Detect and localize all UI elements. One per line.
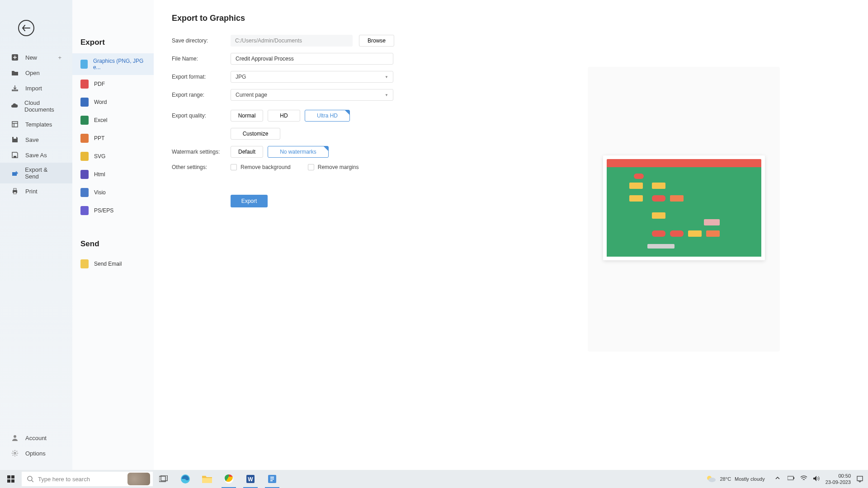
remove-margins-label: Remove margins bbox=[318, 164, 359, 170]
template-icon bbox=[11, 120, 19, 128]
weather-widget[interactable]: 28°C Mostly cloudy bbox=[706, 474, 765, 483]
export-type-ppt[interactable]: PPT bbox=[72, 129, 154, 147]
customize-button[interactable]: Customize bbox=[231, 128, 280, 140]
print-icon bbox=[11, 187, 19, 195]
export-type-label: Visio bbox=[94, 189, 106, 196]
remove-background-checkbox[interactable] bbox=[231, 164, 237, 170]
weather-desc: Mostly cloudy bbox=[735, 476, 765, 482]
save-directory-input[interactable] bbox=[231, 35, 353, 47]
export-type-label: Excel bbox=[94, 117, 107, 123]
sidebar-item-new[interactable]: New + bbox=[0, 50, 72, 65]
cloud-icon bbox=[11, 102, 18, 110]
export-type-visio[interactable]: Visio bbox=[72, 183, 154, 202]
sidebar-item-account[interactable]: Account bbox=[0, 430, 72, 446]
file-explorer-icon[interactable] bbox=[196, 470, 218, 488]
sidebar-item-label: Save bbox=[25, 136, 39, 143]
notifications-icon[interactable] bbox=[856, 475, 863, 483]
export-type-svg[interactable]: SVG bbox=[72, 147, 154, 165]
taskbar-search[interactable]: Type here to search bbox=[22, 472, 153, 486]
folder-icon bbox=[11, 69, 19, 77]
word-icon[interactable]: W bbox=[240, 470, 261, 488]
remove-margins-checkbox[interactable] bbox=[308, 164, 314, 170]
export-format-select[interactable]: JPG ▼ bbox=[231, 71, 393, 83]
chrome-icon[interactable] bbox=[218, 470, 240, 488]
file-menu-sidebar: New + Open Import Cloud Documents Templa… bbox=[0, 0, 72, 470]
export-type-label: Html bbox=[94, 171, 105, 178]
svg-rect-25 bbox=[11, 475, 14, 479]
svg-rect-21 bbox=[14, 192, 16, 194]
svg-rect-24 bbox=[7, 475, 10, 479]
chevron-up-icon[interactable] bbox=[775, 475, 782, 483]
preview-thumbnail bbox=[603, 155, 765, 260]
weather-temp: 28°C bbox=[720, 476, 731, 482]
sidebar-item-cloud[interactable]: Cloud Documents bbox=[0, 96, 72, 117]
svg-rect-41 bbox=[788, 476, 793, 480]
export-type-pdf[interactable]: PDF bbox=[72, 75, 154, 93]
weather-icon bbox=[706, 474, 717, 483]
volume-icon[interactable] bbox=[813, 475, 820, 483]
export-range-select[interactable]: Current page ▼ bbox=[231, 89, 393, 101]
back-button[interactable] bbox=[18, 20, 34, 36]
export-form-title: Export to Graphics bbox=[172, 14, 868, 23]
export-section-title: Export bbox=[72, 32, 154, 53]
export-type-panel: Export Graphics (PNG, JPG e... PDF Word … bbox=[72, 0, 154, 470]
wifi-icon[interactable] bbox=[800, 475, 807, 483]
sidebar-item-label: Import bbox=[25, 85, 42, 92]
export-button[interactable]: Export bbox=[231, 195, 268, 207]
export-type-graphics[interactable]: Graphics (PNG, JPG e... bbox=[72, 53, 154, 75]
save-as-icon bbox=[11, 151, 19, 159]
add-icon[interactable]: + bbox=[58, 54, 61, 61]
sidebar-item-import[interactable]: Import bbox=[0, 80, 72, 96]
edrawmax-icon[interactable] bbox=[261, 470, 283, 488]
export-range-value: Current page bbox=[236, 92, 267, 98]
task-view-icon[interactable] bbox=[153, 470, 175, 488]
email-icon bbox=[80, 259, 89, 268]
export-quality-label: Export quality: bbox=[172, 113, 231, 119]
svg-line-29 bbox=[32, 480, 33, 482]
export-type-excel[interactable]: Excel bbox=[72, 111, 154, 129]
chevron-down-icon: ▼ bbox=[385, 93, 388, 97]
svg-rect-33 bbox=[202, 478, 212, 483]
watermark-none-button[interactable]: No watermarks bbox=[268, 146, 329, 158]
user-icon bbox=[11, 434, 19, 442]
ps-file-icon bbox=[80, 206, 89, 215]
export-icon bbox=[11, 169, 19, 177]
edge-icon[interactable] bbox=[175, 470, 196, 488]
sidebar-item-label: Options bbox=[25, 450, 46, 457]
file-name-label: File Name: bbox=[172, 56, 231, 62]
browse-button[interactable]: Browse bbox=[359, 35, 394, 47]
quality-hd-button[interactable]: HD bbox=[268, 110, 300, 122]
sidebar-item-save[interactable]: Save bbox=[0, 132, 72, 147]
sidebar-item-templates[interactable]: Templates bbox=[0, 117, 72, 132]
export-type-word[interactable]: Word bbox=[72, 93, 154, 111]
save-directory-label: Save directory: bbox=[172, 38, 231, 44]
send-email[interactable]: Send Email bbox=[72, 255, 154, 273]
graphics-file-icon bbox=[80, 60, 88, 69]
export-type-pseps[interactable]: PS/EPS bbox=[72, 202, 154, 220]
word-file-icon bbox=[80, 98, 89, 107]
other-settings-label: Other settings: bbox=[172, 164, 231, 170]
taskbar-clock[interactable]: 00:50 23-09-2023 bbox=[826, 473, 851, 485]
preview-pane bbox=[588, 67, 780, 352]
sidebar-item-print[interactable]: Print bbox=[0, 183, 72, 199]
export-type-html[interactable]: Html bbox=[72, 165, 154, 183]
svg-point-23 bbox=[14, 452, 16, 454]
search-icon bbox=[27, 476, 33, 482]
watermark-default-button[interactable]: Default bbox=[231, 146, 263, 158]
visio-file-icon bbox=[80, 188, 89, 197]
battery-icon[interactable] bbox=[788, 475, 795, 483]
sidebar-item-label: New bbox=[25, 54, 37, 61]
svg-point-40 bbox=[708, 478, 716, 482]
sidebar-item-label: Cloud Documents bbox=[24, 99, 61, 113]
ppt-file-icon bbox=[80, 134, 89, 143]
sidebar-item-open[interactable]: Open bbox=[0, 65, 72, 80]
quality-ultra-button[interactable]: Ultra HD bbox=[305, 110, 350, 122]
sidebar-item-export-send[interactable]: Export & Send bbox=[0, 163, 72, 183]
export-form-panel: Export to Graphics Save directory: Brows… bbox=[154, 0, 868, 470]
quality-normal-button[interactable]: Normal bbox=[231, 110, 263, 122]
sidebar-item-save-as[interactable]: Save As bbox=[0, 147, 72, 163]
sidebar-item-label: Print bbox=[25, 188, 38, 195]
sidebar-item-options[interactable]: Options bbox=[0, 446, 72, 461]
file-name-input[interactable] bbox=[231, 53, 393, 65]
windows-start-button[interactable] bbox=[0, 470, 22, 488]
